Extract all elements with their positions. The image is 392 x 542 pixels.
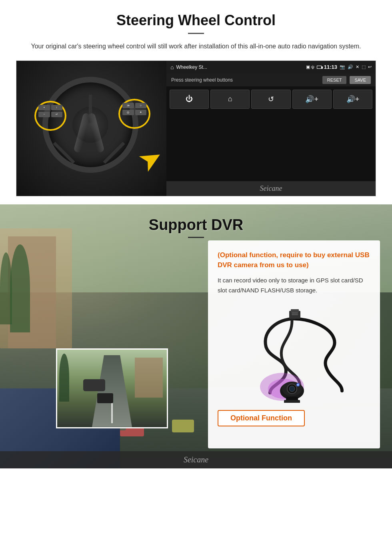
- svg-rect-10: [292, 312, 298, 314]
- vol-up-btn[interactable]: 🔊+: [292, 90, 332, 109]
- vol-down-icon: 🔊+: [346, 95, 360, 104]
- close-icon: ✕: [356, 64, 359, 70]
- steering-wheel-section: Steering Wheel Control Your original car…: [0, 0, 392, 204]
- vol-down-btn[interactable]: 🔊+: [333, 90, 372, 109]
- back-icon: ↩: [368, 64, 372, 70]
- back-btn[interactable]: ↺: [251, 90, 290, 109]
- dvr-title: Support DVR: [0, 216, 392, 234]
- save-button[interactable]: SAVE: [350, 76, 371, 84]
- power-btn[interactable]: ⏻: [170, 90, 209, 109]
- vol-up-icon: 🔊+: [305, 95, 318, 104]
- swc-title: Steering Wheel Control: [16, 12, 376, 29]
- dvr-title-divider: [188, 237, 204, 238]
- swc-title-divider: [188, 33, 204, 34]
- optional-notice: (Optional function, require to buy exter…: [218, 250, 370, 270]
- dvr-preview-image: [56, 348, 168, 428]
- status-bar: ⌂ Wheelkey St... ▣ ψ 11:13 📷 🔊 ✕ ⬚ ↩: [166, 61, 376, 74]
- svg-point-5: [289, 386, 295, 392]
- home-nav-icon: ⌂: [228, 95, 232, 103]
- swc-composite-image: + ↑ − ↵ ≫ ○ ◎ ✦ ➤ ⌂ Wheelkey St...: [16, 60, 376, 196]
- camera-icon: 📷: [340, 64, 345, 70]
- svg-rect-7: [284, 400, 300, 403]
- steering-wheel-photo: + ↑ − ↵ ≫ ○ ◎ ✦ ➤: [16, 61, 166, 196]
- button-group: RESET SAVE: [322, 76, 371, 84]
- head-unit-screen: ⌂ Wheelkey St... ▣ ψ 11:13 📷 🔊 ✕ ⬚ ↩ Pre…: [166, 61, 376, 196]
- window-icon: ⬚: [362, 64, 366, 70]
- optional-function-button[interactable]: Optional Function: [218, 407, 370, 426]
- volume-icon: 🔊: [348, 64, 353, 70]
- dvr-section: Support DVR (Optional function, require …: [0, 204, 392, 468]
- steering-button-grid: ⏻ ⌂ ↺ 🔊+ 🔊+: [166, 86, 376, 112]
- wheelkey-header: Press steering wheel buttons RESET SAVE: [166, 74, 376, 86]
- swc-subtitle: Your original car's steering wheel contr…: [16, 41, 376, 52]
- home-icon: ⌂: [170, 64, 174, 70]
- screen-empty-area: [166, 112, 376, 181]
- optional-function-label[interactable]: Optional Function: [218, 410, 305, 426]
- dvr-info-card: (Optional function, require to buy exter…: [208, 240, 380, 448]
- home-btn[interactable]: ⌂: [210, 90, 250, 109]
- time-display: 11:13: [324, 64, 337, 70]
- dvr-seicane-watermark: Seicane: [0, 451, 392, 468]
- svg-point-13: [297, 384, 299, 386]
- power-icon: ⏻: [186, 95, 193, 103]
- dvr-camera-image: [218, 303, 370, 407]
- app-name-label: Wheelkey St...: [176, 64, 303, 70]
- dvr-description: It can record video only to storage in G…: [218, 275, 370, 296]
- reset-button[interactable]: RESET: [322, 76, 347, 84]
- press-steering-label: Press steering wheel buttons: [171, 77, 233, 83]
- camera-svg: [230, 307, 358, 403]
- back-nav-icon: ↺: [268, 95, 274, 104]
- seicane-watermark: Seicane: [166, 181, 376, 196]
- status-extra-icons: ▣ ψ: [306, 64, 314, 70]
- dvr-title-area: Support DVR: [0, 204, 392, 238]
- svg-rect-9: [291, 309, 299, 312]
- svg-rect-11: [292, 314, 298, 315]
